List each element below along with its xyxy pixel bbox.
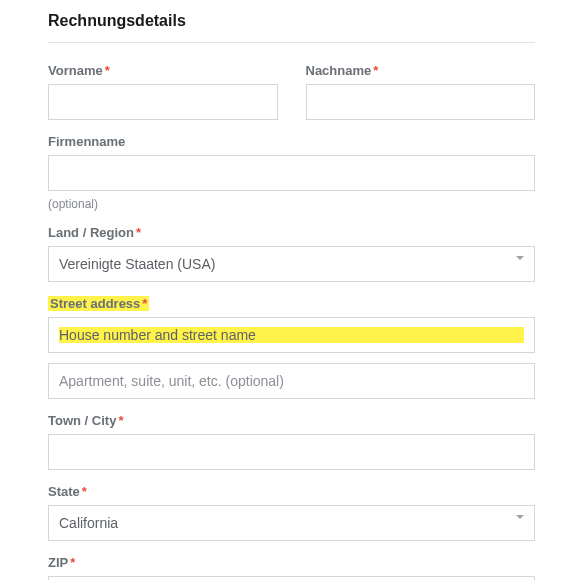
city-input[interactable] [48, 434, 535, 470]
chevron-down-icon [516, 256, 524, 260]
street-line2-input[interactable] [48, 363, 535, 399]
label-text: ZIP [48, 555, 68, 570]
last-name-label: Nachname* [306, 63, 536, 78]
required-asterisk: * [105, 63, 110, 78]
required-asterisk: * [373, 63, 378, 78]
label-text: Vorname [48, 63, 103, 78]
required-asterisk: * [70, 555, 75, 570]
country-field: Land / Region* Vereinigte Staaten (USA) [48, 225, 535, 282]
label-text: State [48, 484, 80, 499]
last-name-input[interactable] [306, 84, 536, 120]
section-heading: Rechnungsdetails [48, 12, 535, 43]
zip-field: ZIP* [48, 555, 535, 580]
country-selected-text: Vereinigte Staaten (USA) [59, 256, 215, 272]
state-selected-text: California [59, 515, 118, 531]
zip-input[interactable] [48, 576, 535, 580]
company-input[interactable] [48, 155, 535, 191]
label-text: Street address [50, 296, 140, 311]
street-line1-input[interactable] [48, 317, 535, 353]
country-select[interactable]: Vereinigte Staaten (USA) [48, 246, 535, 282]
state-field: State* California [48, 484, 535, 541]
required-asterisk: * [82, 484, 87, 499]
street-address-label: Street address* [48, 296, 149, 311]
first-name-input[interactable] [48, 84, 278, 120]
company-helper: (optional) [48, 197, 535, 211]
company-field: Firmenname (optional) [48, 134, 535, 211]
country-label: Land / Region* [48, 225, 535, 240]
chevron-down-icon [516, 515, 524, 519]
last-name-field: Nachname* [306, 63, 536, 120]
first-name-label: Vorname* [48, 63, 278, 78]
required-asterisk: * [118, 413, 123, 428]
zip-label: ZIP* [48, 555, 535, 570]
state-label: State* [48, 484, 535, 499]
required-asterisk: * [142, 296, 147, 311]
required-asterisk: * [136, 225, 141, 240]
company-label: Firmenname [48, 134, 535, 149]
city-field: Town / City* [48, 413, 535, 470]
first-name-field: Vorname* [48, 63, 278, 120]
state-select[interactable]: California [48, 505, 535, 541]
street-address-field: Street address* [48, 296, 535, 399]
city-label: Town / City* [48, 413, 535, 428]
label-text: Land / Region [48, 225, 134, 240]
label-text: Nachname [306, 63, 372, 78]
label-text: Town / City [48, 413, 116, 428]
